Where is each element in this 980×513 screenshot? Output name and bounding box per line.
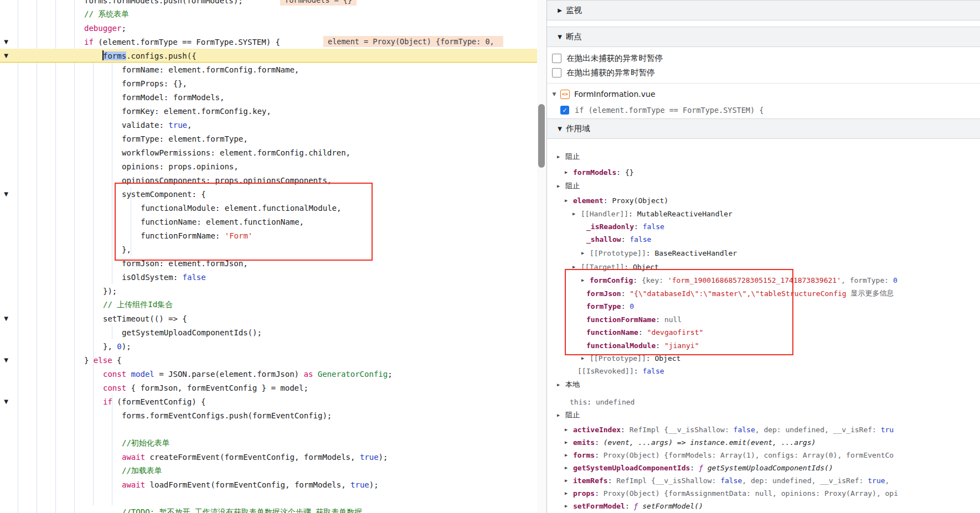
scope-row[interactable]: ▶阻止 <box>547 409 980 421</box>
code-line[interactable]: getSystemUploadComponentIds(); <box>0 325 262 339</box>
editor-scrollbar-track[interactable] <box>537 0 546 513</box>
expand-arrow-icon[interactable]: ▶ <box>557 412 565 418</box>
code-line[interactable]: }); <box>0 284 117 298</box>
expand-arrow-icon[interactable]: ▶ <box>565 452 573 458</box>
scope-row[interactable]: ▶[[Prototype]]: BaseReactiveHandler <box>547 247 980 259</box>
code-line[interactable]: const model = JSON.parse(element.formJso… <box>0 367 393 381</box>
scope-row[interactable]: ▶emits: (event, ...args) => instance.emi… <box>547 436 980 448</box>
fold-marker-icon[interactable]: ▼ <box>2 312 11 325</box>
code-line[interactable]: }, 0); <box>0 339 131 353</box>
scope-row[interactable]: ▶[[Target]]: Object <box>547 261 980 273</box>
expand-arrow-icon[interactable]: ▶ <box>557 154 565 159</box>
code-line[interactable]: opinions: props.opinions, <box>0 159 239 173</box>
expand-arrow-icon[interactable]: ▶ <box>565 169 573 175</box>
expand-arrow-icon[interactable]: ▶ <box>565 490 573 496</box>
code-line[interactable]: const { formJson, formEventConfig } = mo… <box>0 381 308 395</box>
scope-row[interactable]: ▶formModels: {} <box>547 166 980 178</box>
code-line[interactable]: functionFormName: 'Form' <box>0 229 252 242</box>
fold-marker-icon[interactable]: ▼ <box>2 187 11 201</box>
code-line[interactable]: } else { <box>0 353 121 367</box>
scope-row[interactable]: this: undefined <box>547 396 980 408</box>
fold-marker-icon[interactable]: ▼ <box>2 49 11 63</box>
scope-row[interactable]: ▶activeIndex: RefImpl {__v_isShallow: fa… <box>547 423 980 436</box>
expand-arrow-icon[interactable]: ▶ <box>557 382 565 387</box>
expand-arrow-icon[interactable]: ▶ <box>572 211 581 216</box>
scope-row[interactable]: functionName: "devgaofirst" <box>547 326 980 338</box>
scope-row[interactable]: _shallow: false <box>547 233 980 245</box>
source-editor[interactable]: forms.formModels.push(formModels);formMo… <box>0 0 537 513</box>
code-line[interactable]: isOldSystem: false <box>0 270 206 284</box>
code-line[interactable]: forms.formModels.push(formModels); <box>0 0 243 7</box>
fold-marker-icon[interactable]: ▼ <box>2 35 11 49</box>
expand-arrow-icon[interactable]: ▶ <box>565 427 573 432</box>
fold-marker-icon[interactable]: ▼ <box>2 353 11 367</box>
code-line[interactable]: forms.formEventConfigs.push(formEventCon… <box>0 408 332 422</box>
scope-row[interactable]: functionFormName: null <box>547 313 980 325</box>
expand-arrow-icon[interactable]: ▶ <box>581 355 590 361</box>
code-line[interactable]: await loadFormEvent(formEventConfig, for… <box>0 478 379 491</box>
scope-row[interactable]: ▶阻止 <box>547 180 980 192</box>
scope-row[interactable]: ▶props: Proxy(Object) {formAssignmentDat… <box>547 487 980 499</box>
code-line[interactable]: await createFormEvent(formEventConfig, f… <box>0 450 388 464</box>
scope-row[interactable]: functionalModule: "jianyi" <box>547 339 980 351</box>
expand-arrow-icon[interactable]: ▶ <box>565 478 573 483</box>
scope-row[interactable]: ▶阻止 <box>547 151 980 163</box>
code-line[interactable]: formProps: {}, <box>0 76 187 90</box>
scope-row[interactable]: ▶[[Prototype]]: Object <box>547 352 980 364</box>
scope-row[interactable]: _isReadonly: false <box>547 220 980 232</box>
fold-marker-icon[interactable]: ▼ <box>2 395 11 408</box>
code-line[interactable]: functionalModule: element.functionalModu… <box>0 201 341 215</box>
code-line[interactable]: debugger; <box>0 21 126 35</box>
checkbox-unchecked-icon[interactable] <box>552 68 561 77</box>
code-line[interactable]: formJson: element.formJson, <box>0 256 248 270</box>
scope-row[interactable]: ▶[[Handler]]: MutableReactiveHandler <box>547 208 980 220</box>
code-line[interactable]: forms.configs.push({ <box>0 49 197 63</box>
scope-row[interactable]: ▶forms: Proxy(Object) {formModels: Array… <box>547 449 980 461</box>
scope-row[interactable]: ▶getSystemUploadComponentIds: ƒ getSyste… <box>547 462 980 474</box>
expand-arrow-icon[interactable]: ▶ <box>565 503 573 509</box>
code-line[interactable]: workflowPermissions: element.formConfig.… <box>0 146 350 159</box>
code-line[interactable]: formType: element.formType, <box>0 132 248 146</box>
scope-row[interactable]: formType: 0 <box>547 300 980 312</box>
checkbox-checked-icon[interactable]: ✓ <box>560 106 569 115</box>
expand-arrow-icon[interactable]: ▶ <box>581 250 590 256</box>
scope-row[interactable]: formJson: "{\"databaseId\":\"master\",\"… <box>547 287 980 299</box>
breakpoint-group[interactable]: ▼ <> FormInformation.vue <box>547 86 980 102</box>
code-line[interactable]: setTimeout(() => { <box>0 312 187 325</box>
scope-row[interactable]: ▶setFormModel: ƒ setFormModel() <box>547 500 980 512</box>
scope-row[interactable]: ▶本地 <box>547 379 980 391</box>
code-line[interactable]: //初始化表单 <box>0 436 170 450</box>
code-line[interactable]: validate: true, <box>0 118 192 132</box>
checkbox-unchecked-icon[interactable] <box>552 54 561 63</box>
code-line[interactable]: formModel: formModels, <box>0 90 224 104</box>
expand-arrow-icon[interactable]: ▶ <box>581 277 590 283</box>
code-line[interactable]: if (element.formType == FormType.SYSTEM)… <box>0 35 280 49</box>
scope-row[interactable]: ▶itemRefs: RefImpl {__v_isShallow: false… <box>547 474 980 486</box>
breakpoint-entry[interactable]: ✓ if (element.formType == FormType.SYSTE… <box>547 103 980 117</box>
code-line[interactable]: //TODO: 暂不放开 工作流没有获取表单数据这个步骤 获取表单数据 <box>0 505 362 513</box>
pause-caught-row[interactable]: 在抛出捕获的异常时暂停 <box>547 65 980 80</box>
expand-arrow-icon[interactable]: ▶ <box>565 439 573 445</box>
triangle-down-icon[interactable]: ▼ <box>550 91 558 97</box>
code-line[interactable]: opinionsComponents: props.opinionsCompon… <box>0 173 332 187</box>
section-watch[interactable]: ▶ 监视 <box>547 0 980 20</box>
pause-uncaught-row[interactable]: 在抛出未捕获的异常时暂停 <box>547 51 980 65</box>
code-line[interactable]: // 上传组件Id集合 <box>0 298 173 312</box>
expand-arrow-icon[interactable]: ▶ <box>557 183 565 189</box>
expand-arrow-icon[interactable]: ▶ <box>572 264 581 270</box>
code-line[interactable]: systemComponent: { <box>0 187 206 201</box>
code-line[interactable]: formName: element.formConfig.formName, <box>0 63 299 76</box>
code-line[interactable]: // 系统表单 <box>0 7 129 21</box>
scope-row[interactable]: ▶formConfig: {key: 'form_190016868572830… <box>547 274 980 286</box>
section-scope[interactable]: ▼ 作用域 <box>547 118 980 139</box>
code-line[interactable]: formKey: element.formConfig.key, <box>0 104 271 118</box>
editor-scrollbar-thumb[interactable] <box>538 104 545 168</box>
expand-arrow-icon[interactable]: ▶ <box>565 198 573 203</box>
section-breakpoints[interactable]: ▼ 断点 <box>547 27 980 47</box>
code-line[interactable]: //加载表单 <box>0 464 162 478</box>
scope-row[interactable]: ▶element: Proxy(Object) <box>547 194 980 206</box>
expand-arrow-icon[interactable]: ▶ <box>565 465 573 470</box>
code-line[interactable]: if (formEventConfig) { <box>0 395 205 408</box>
scope-row[interactable]: [[IsRevoked]]: false <box>547 365 980 377</box>
code-line[interactable]: functionName: element.functionName, <box>0 215 304 229</box>
